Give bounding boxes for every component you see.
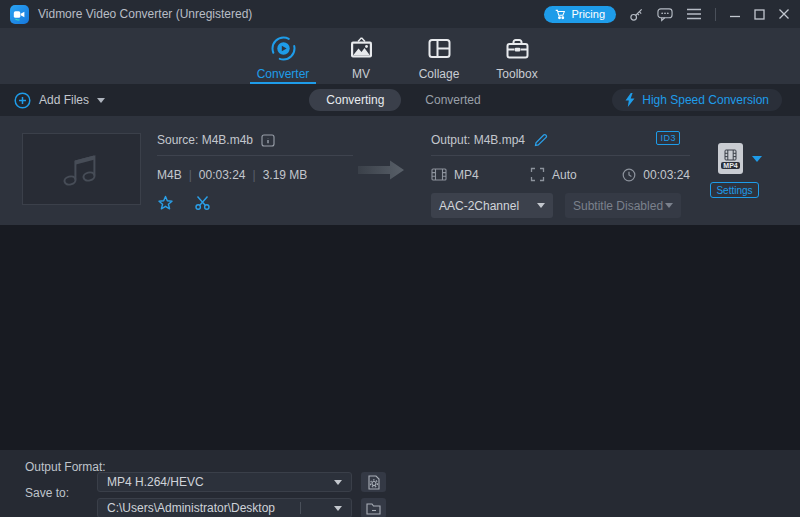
app-logo-icon <box>10 5 29 24</box>
cut-button[interactable] <box>194 195 211 212</box>
subtitle-dropdown-caret-icon <box>665 203 673 208</box>
audio-track-value: AAC-2Channel <box>439 199 519 213</box>
tab-toolbox-label: Toolbox <box>496 67 537 81</box>
output-format-field-label: Output Format: <box>25 460 106 474</box>
tab-mv[interactable]: MV <box>328 28 394 84</box>
save-to-caret-icon <box>334 506 342 511</box>
maximize-button[interactable] <box>754 9 765 20</box>
save-to-select-value: C:\Users\Administrator\Desktop <box>107 501 275 515</box>
output-meta: MP4 Auto 00:03:24 <box>431 167 690 182</box>
edit-star-icon <box>157 195 174 212</box>
collage-icon <box>426 35 453 62</box>
source-divider <box>157 155 353 156</box>
audio-track-dropdown[interactable]: AAC-2Channel <box>431 193 553 218</box>
cart-icon <box>555 9 566 20</box>
resolution-icon <box>530 167 545 182</box>
output-filename: Output: M4B.mp4 <box>431 133 525 147</box>
converted-tab[interactable]: Converted <box>415 89 490 111</box>
pricing-label: Pricing <box>571 8 605 20</box>
profile-format-label: MP4 <box>721 162 739 169</box>
source-duration: 00:03:24 <box>199 168 246 182</box>
subtitle-dropdown[interactable]: Subtitle Disabled <box>565 193 681 218</box>
output-duration-value: 00:03:24 <box>643 168 690 182</box>
tab-toolbox[interactable]: Toolbox <box>484 28 550 84</box>
scissors-icon <box>194 195 211 211</box>
music-note-icon <box>59 150 105 188</box>
file-item-row: Source: M4B.m4b M4B | 00:03:24 | 3.19 MB <box>0 116 800 225</box>
close-button[interactable] <box>778 8 790 20</box>
save-to-select[interactable]: C:\Users\Administrator\Desktop <box>97 498 352 517</box>
subtitle-value: Subtitle Disabled <box>573 199 663 213</box>
file-list-empty-area <box>0 225 800 450</box>
lightning-icon <box>625 93 635 107</box>
id3-editor-button[interactable]: ID3 <box>656 131 680 145</box>
edit-effects-button[interactable] <box>157 195 174 212</box>
feedback-icon[interactable] <box>657 7 673 22</box>
source-format: M4B <box>157 168 182 182</box>
tab-collage[interactable]: Collage <box>406 28 472 84</box>
output-info: Output: M4B.mp4 ID3 MP4 Auto 00:03:24 <box>431 132 690 218</box>
source-filename: Source: M4B.m4b <box>157 133 253 147</box>
source-info: Source: M4B.m4b M4B | 00:03:24 | 3.19 MB <box>157 132 353 212</box>
save-to-field-label: Save to: <box>25 486 69 500</box>
file-thumbnail[interactable] <box>22 133 141 205</box>
output-profile-button[interactable]: MP4 <box>718 143 743 174</box>
register-key-icon[interactable] <box>629 7 644 22</box>
high-speed-label: High Speed Conversion <box>642 93 769 107</box>
clock-icon <box>622 168 636 182</box>
output-scale-value: Auto <box>552 168 577 182</box>
profile-caret-icon[interactable] <box>752 156 762 162</box>
toolbox-icon <box>504 35 531 62</box>
open-folder-button[interactable] <box>361 498 386 517</box>
output-format-value: MP4 <box>454 168 479 182</box>
converting-tab[interactable]: Converting <box>309 89 401 111</box>
window-title: Vidmore Video Converter (Unregistered) <box>38 7 252 21</box>
source-size: 3.19 MB <box>263 168 308 182</box>
rename-pencil-icon[interactable] <box>533 133 548 148</box>
tab-collage-label: Collage <box>419 67 460 81</box>
info-icon[interactable] <box>261 134 275 147</box>
audio-dropdown-caret-icon <box>537 203 545 208</box>
save-to-separator <box>300 502 301 514</box>
minimize-button[interactable] <box>729 8 741 20</box>
profile-film-icon <box>724 149 737 161</box>
menu-icon[interactable] <box>686 8 702 20</box>
titlebar-separator <box>715 8 716 21</box>
converter-icon <box>270 35 297 62</box>
main-nav: Converter MV Collage Toolbox <box>0 28 800 84</box>
mv-icon <box>348 35 375 62</box>
settings-button[interactable]: Settings <box>710 182 759 198</box>
conversion-arrow-icon <box>356 158 406 182</box>
output-divider <box>431 155 690 156</box>
titlebar: Vidmore Video Converter (Unregistered) P… <box>0 0 800 28</box>
app-window: Vidmore Video Converter (Unregistered) P… <box>0 0 800 517</box>
source-meta: M4B | 00:03:24 | 3.19 MB <box>157 168 353 182</box>
tab-converter[interactable]: Converter <box>250 28 316 84</box>
bottom-bar: Output Format: MP4 H.264/HEVC Save to: C… <box>0 450 800 517</box>
converter-toolbar: Add Files Converting Converted High Spee… <box>0 84 800 116</box>
folder-icon <box>366 502 381 515</box>
high-speed-conversion-button[interactable]: High Speed Conversion <box>612 89 782 111</box>
tab-mv-label: MV <box>352 67 370 81</box>
film-icon <box>431 168 447 181</box>
pricing-button[interactable]: Pricing <box>544 6 616 23</box>
tab-converter-label: Converter <box>257 67 310 81</box>
